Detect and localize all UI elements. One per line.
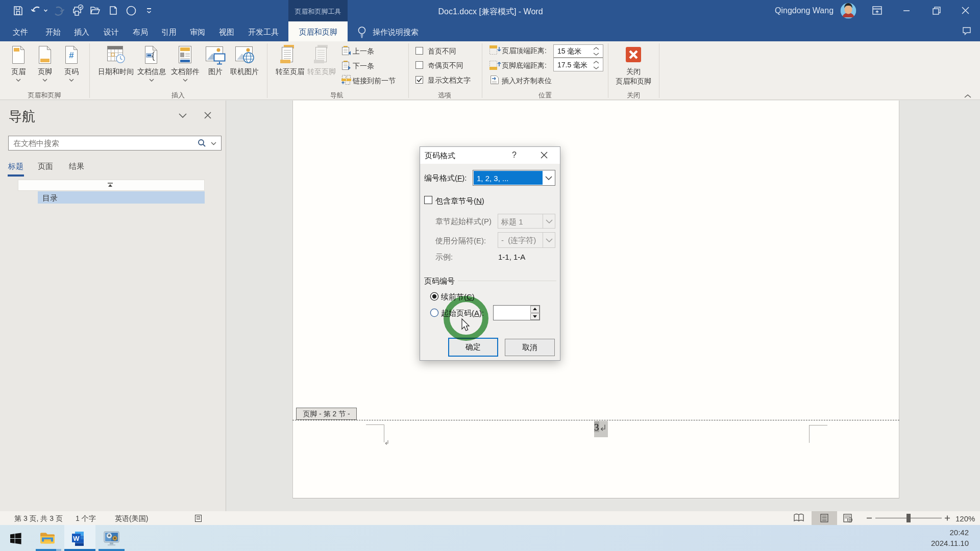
svg-text:#: #: [69, 51, 74, 60]
svg-text:W: W: [73, 535, 80, 542]
